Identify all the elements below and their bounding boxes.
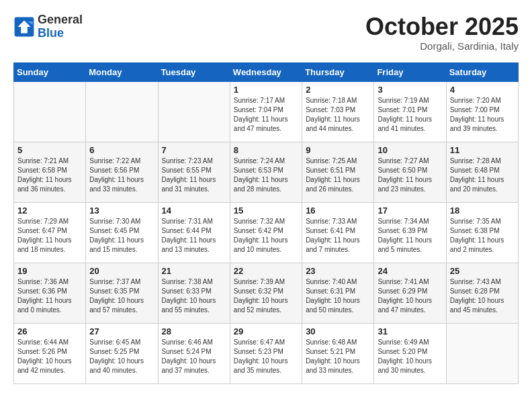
day-number: 28 [162, 326, 226, 336]
day-info: Sunrise: 6:44 AM Sunset: 5:26 PM Dayligh… [17, 338, 82, 375]
day-number: 30 [306, 326, 370, 336]
day-info: Sunrise: 7:28 AM Sunset: 6:48 PM Dayligh… [450, 156, 515, 194]
day-info: Sunrise: 7:43 AM Sunset: 6:28 PM Dayligh… [450, 277, 515, 315]
day-info: Sunrise: 7:34 AM Sunset: 6:39 PM Dayligh… [378, 217, 442, 255]
day-number: 9 [306, 145, 370, 155]
day-number: 22 [234, 266, 298, 276]
header-wednesday: Wednesday [230, 62, 302, 81]
calendar-cell: 1Sunrise: 7:17 AM Sunset: 7:04 PM Daylig… [230, 81, 302, 142]
day-number: 19 [17, 266, 82, 276]
month-title: October 2025 [365, 13, 519, 40]
day-info: Sunrise: 7:25 AM Sunset: 6:51 PM Dayligh… [306, 156, 370, 194]
logo-blue: Blue [38, 27, 83, 40]
calendar-cell: 5Sunrise: 7:21 AM Sunset: 6:58 PM Daylig… [14, 142, 86, 202]
calendar-cell: 18Sunrise: 7:35 AM Sunset: 6:38 PM Dayli… [446, 202, 518, 263]
day-info: Sunrise: 6:45 AM Sunset: 5:25 PM Dayligh… [89, 338, 154, 375]
day-number: 11 [450, 145, 515, 155]
day-info: Sunrise: 7:21 AM Sunset: 6:58 PM Dayligh… [17, 156, 82, 194]
calendar-cell: 22Sunrise: 7:39 AM Sunset: 6:32 PM Dayli… [230, 263, 302, 323]
calendar-cell [446, 323, 518, 383]
day-info: Sunrise: 7:38 AM Sunset: 6:33 PM Dayligh… [162, 277, 226, 315]
day-number: 29 [234, 326, 298, 336]
calendar-header-row: SundayMondayTuesdayWednesdayThursdayFrid… [14, 62, 519, 81]
day-info: Sunrise: 7:29 AM Sunset: 6:47 PM Dayligh… [17, 217, 82, 255]
day-number: 4 [450, 85, 515, 95]
calendar-week-2: 5Sunrise: 7:21 AM Sunset: 6:58 PM Daylig… [14, 142, 519, 202]
logo: General Blue [13, 13, 83, 40]
day-number: 6 [89, 145, 154, 155]
calendar-cell: 7Sunrise: 7:23 AM Sunset: 6:55 PM Daylig… [158, 142, 230, 202]
calendar-cell: 21Sunrise: 7:38 AM Sunset: 6:33 PM Dayli… [158, 263, 230, 323]
day-number: 3 [378, 85, 442, 95]
day-info: Sunrise: 7:36 AM Sunset: 6:36 PM Dayligh… [17, 277, 82, 315]
title-block: October 2025 Dorgali, Sardinia, Italy [365, 13, 519, 52]
calendar-week-5: 26Sunrise: 6:44 AM Sunset: 5:26 PM Dayli… [14, 323, 519, 383]
day-number: 14 [162, 205, 226, 216]
calendar-cell: 14Sunrise: 7:31 AM Sunset: 6:44 PM Dayli… [158, 202, 230, 263]
calendar-cell: 4Sunrise: 7:20 AM Sunset: 7:00 PM Daylig… [446, 81, 518, 142]
day-info: Sunrise: 6:49 AM Sunset: 5:20 PM Dayligh… [378, 338, 442, 375]
day-number: 25 [450, 266, 515, 276]
calendar-cell: 12Sunrise: 7:29 AM Sunset: 6:47 PM Dayli… [14, 202, 86, 263]
day-number: 18 [450, 205, 515, 216]
calendar-week-3: 12Sunrise: 7:29 AM Sunset: 6:47 PM Dayli… [14, 202, 519, 263]
calendar-cell: 16Sunrise: 7:33 AM Sunset: 6:41 PM Dayli… [302, 202, 374, 263]
day-info: Sunrise: 7:17 AM Sunset: 7:04 PM Dayligh… [234, 96, 298, 134]
day-number: 31 [378, 326, 442, 336]
calendar-cell: 17Sunrise: 7:34 AM Sunset: 6:39 PM Dayli… [374, 202, 446, 263]
header-saturday: Saturday [446, 62, 518, 81]
header-thursday: Thursday [302, 62, 374, 81]
calendar-cell: 19Sunrise: 7:36 AM Sunset: 6:36 PM Dayli… [14, 263, 86, 323]
day-info: Sunrise: 6:46 AM Sunset: 5:24 PM Dayligh… [162, 338, 226, 375]
header-friday: Friday [374, 62, 446, 81]
calendar-cell: 8Sunrise: 7:24 AM Sunset: 6:53 PM Daylig… [230, 142, 302, 202]
calendar-cell: 11Sunrise: 7:28 AM Sunset: 6:48 PM Dayli… [446, 142, 518, 202]
calendar-week-4: 19Sunrise: 7:36 AM Sunset: 6:36 PM Dayli… [14, 263, 519, 323]
logo-icon [13, 16, 35, 38]
page-header: General Blue October 2025 Dorgali, Sardi… [13, 13, 519, 52]
day-info: Sunrise: 7:30 AM Sunset: 6:45 PM Dayligh… [89, 217, 154, 255]
day-info: Sunrise: 7:24 AM Sunset: 6:53 PM Dayligh… [234, 156, 298, 194]
logo-general: General [38, 13, 83, 27]
day-info: Sunrise: 7:18 AM Sunset: 7:03 PM Dayligh… [306, 96, 370, 134]
calendar-cell: 30Sunrise: 6:48 AM Sunset: 5:21 PM Dayli… [302, 323, 374, 383]
day-number: 27 [89, 326, 154, 336]
calendar-cell: 15Sunrise: 7:32 AM Sunset: 6:42 PM Dayli… [230, 202, 302, 263]
day-info: Sunrise: 7:33 AM Sunset: 6:41 PM Dayligh… [306, 217, 370, 255]
calendar-cell: 29Sunrise: 6:47 AM Sunset: 5:23 PM Dayli… [230, 323, 302, 383]
day-number: 26 [17, 326, 82, 336]
day-number: 17 [378, 205, 442, 216]
calendar-cell [158, 81, 230, 142]
calendar-cell: 31Sunrise: 6:49 AM Sunset: 5:20 PM Dayli… [374, 323, 446, 383]
header-tuesday: Tuesday [158, 62, 230, 81]
day-number: 24 [378, 266, 442, 276]
day-number: 12 [17, 205, 82, 216]
calendar-cell: 9Sunrise: 7:25 AM Sunset: 6:51 PM Daylig… [302, 142, 374, 202]
day-info: Sunrise: 6:47 AM Sunset: 5:23 PM Dayligh… [234, 338, 298, 375]
calendar-cell: 27Sunrise: 6:45 AM Sunset: 5:25 PM Dayli… [86, 323, 158, 383]
calendar-cell: 24Sunrise: 7:41 AM Sunset: 6:29 PM Dayli… [374, 263, 446, 323]
day-number: 2 [306, 85, 370, 95]
calendar-cell: 3Sunrise: 7:19 AM Sunset: 7:01 PM Daylig… [374, 81, 446, 142]
day-number: 7 [162, 145, 226, 155]
calendar-cell: 26Sunrise: 6:44 AM Sunset: 5:26 PM Dayli… [14, 323, 86, 383]
calendar-cell: 6Sunrise: 7:22 AM Sunset: 6:56 PM Daylig… [86, 142, 158, 202]
day-info: Sunrise: 7:35 AM Sunset: 6:38 PM Dayligh… [450, 217, 515, 255]
day-info: Sunrise: 7:31 AM Sunset: 6:44 PM Dayligh… [162, 217, 226, 255]
calendar-table: SundayMondayTuesdayWednesdayThursdayFrid… [13, 62, 519, 384]
day-info: Sunrise: 7:32 AM Sunset: 6:42 PM Dayligh… [234, 217, 298, 255]
header-sunday: Sunday [14, 62, 86, 81]
day-info: Sunrise: 7:27 AM Sunset: 6:50 PM Dayligh… [378, 156, 442, 194]
calendar-cell [14, 81, 86, 142]
location: Dorgali, Sardinia, Italy [365, 40, 519, 52]
day-info: Sunrise: 7:39 AM Sunset: 6:32 PM Dayligh… [234, 277, 298, 315]
logo-text: General Blue [38, 13, 83, 40]
day-number: 13 [89, 205, 154, 216]
day-info: Sunrise: 7:19 AM Sunset: 7:01 PM Dayligh… [378, 96, 442, 134]
day-number: 15 [234, 205, 298, 216]
day-info: Sunrise: 7:41 AM Sunset: 6:29 PM Dayligh… [378, 277, 442, 315]
calendar-cell: 23Sunrise: 7:40 AM Sunset: 6:31 PM Dayli… [302, 263, 374, 323]
calendar-cell: 20Sunrise: 7:37 AM Sunset: 6:35 PM Dayli… [86, 263, 158, 323]
calendar-cell: 13Sunrise: 7:30 AM Sunset: 6:45 PM Dayli… [86, 202, 158, 263]
day-info: Sunrise: 6:48 AM Sunset: 5:21 PM Dayligh… [306, 338, 370, 375]
